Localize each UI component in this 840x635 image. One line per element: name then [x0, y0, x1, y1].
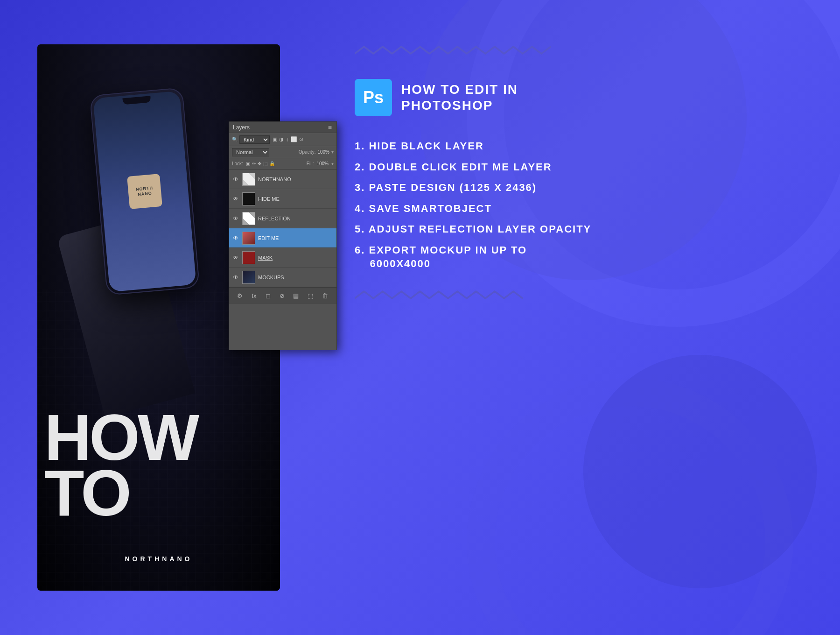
instruction-2: 2. DOUBLE CLICK EDIT ME LAYER	[355, 161, 803, 174]
layer-name-hideme: HIDE ME	[258, 196, 334, 202]
toolbar-group-icon[interactable]: ▤	[293, 292, 299, 299]
lock-move-icon[interactable]: ✥	[258, 161, 261, 166]
filter-smart-icon[interactable]: ⊙	[299, 136, 303, 142]
lock-edit-icon[interactable]: ✏	[252, 161, 256, 166]
fill-arrows[interactable]: ▾	[331, 161, 334, 166]
lock-row: Lock: ▣ ✏ ✥ ⬚ 🔒 Fill: 100% ▾	[229, 158, 336, 169]
layer-name-northnano: NORTHNANO	[258, 176, 334, 182]
layer-mask[interactable]: 👁 MASK	[229, 248, 336, 268]
wave-top-svg	[355, 44, 551, 58]
layers-title-bar: Layers ≡	[229, 122, 336, 133]
layer-northnano[interactable]: 👁 NORTHNANO	[229, 169, 336, 189]
fill-label: Fill:	[307, 161, 314, 166]
toolbar-link-icon[interactable]: ⚙	[237, 292, 243, 299]
layer-name-editme: EDIT ME	[258, 235, 334, 241]
wave-bottom-container	[355, 289, 803, 305]
ps-title: HOW TO EDIT IN PHOTOSHOP	[401, 82, 518, 113]
layer-thumb-reflection	[242, 212, 255, 225]
toolbar-mask-icon[interactable]: ◻	[266, 292, 271, 299]
filter-kind-dropdown[interactable]: Kind	[239, 135, 270, 144]
filter-text-icon[interactable]: T	[286, 137, 289, 142]
ps-text: Ps	[363, 88, 384, 107]
right-content: Ps HOW TO EDIT IN PHOTOSHOP 1. HIDE BLAC…	[355, 44, 803, 305]
phone-brand-text2: NANO	[138, 191, 152, 197]
layer-editme[interactable]: 👁 EDIT ME	[229, 228, 336, 248]
instruction-4: 4. SAVE SMARTOBJECT	[355, 202, 803, 216]
wave-top-container	[355, 44, 803, 60]
ps-section: Ps HOW TO EDIT IN PHOTOSHOP	[355, 79, 803, 116]
instructions-list: 1. HIDE BLACK LAYER 2. DOUBLE CLICK EDIT…	[355, 140, 803, 270]
layer-thumb-editme	[242, 232, 255, 245]
poster-brand: NORTHNANO	[125, 555, 193, 563]
blend-opacity-row: Normal Opacity: 100% ▾	[229, 146, 336, 158]
filter-pixel-icon[interactable]: ▣	[273, 136, 277, 142]
filter-adjust-icon[interactable]: ◑	[279, 136, 284, 142]
layers-title: Layers	[233, 124, 250, 131]
layer-name-reflection: REFLECTION	[258, 216, 334, 221]
lock-label: Lock:	[232, 161, 243, 166]
instruction-3: 3. PASTE DESIGN (1125 x 2436)	[355, 181, 803, 195]
ps-title-line1: HOW TO EDIT IN	[401, 82, 518, 98]
layers-list: 👁 NORTHNANO 👁 HIDE ME 👁 REFLECTION 👁 EDI…	[229, 169, 336, 287]
toolbar-fx-icon[interactable]: fx	[252, 292, 256, 299]
layer-thumb-northnano	[242, 173, 255, 186]
lock-pixels-icon[interactable]: ▣	[246, 161, 250, 166]
phone-brand-box: NORTH NANO	[127, 174, 162, 209]
layer-eye-mockups[interactable]: 👁	[232, 274, 239, 281]
filter-search-icon: 🔍	[232, 137, 238, 142]
toolbar-delete-icon[interactable]: 🗑	[322, 292, 328, 299]
layer-eye-reflection[interactable]: 👁	[232, 215, 239, 222]
layers-panel: Layers ≡ 🔍 Kind ▣ ◑ T ⬜ ⊙ Normal Opacity…	[229, 121, 337, 350]
phone-notch	[122, 96, 151, 105]
toolbar-new-icon[interactable]: ⬚	[308, 292, 313, 299]
layer-eye-hideme[interactable]: 👁	[232, 195, 239, 203]
layer-reflection[interactable]: 👁 REFLECTION	[229, 209, 336, 228]
to-line: TO	[44, 465, 197, 521]
layers-toolbar: ⚙ fx ◻ ⊘ ▤ ⬚ 🗑	[229, 287, 336, 304]
phone-body: NORTH NANO	[90, 87, 200, 296]
layer-thumb-mockups	[242, 271, 255, 284]
instruction-5: 5. ADJUST REFLECTION LAYER OPACITY	[355, 223, 803, 236]
layer-eye-editme[interactable]: 👁	[232, 234, 239, 242]
instruction-1: 1. HIDE BLACK LAYER	[355, 140, 803, 153]
layers-filter-row: 🔍 Kind ▣ ◑ T ⬜ ⊙	[229, 133, 336, 146]
layer-mockups[interactable]: 👁 MOCKUPS	[229, 268, 336, 287]
layer-thumb-mask	[242, 251, 255, 264]
layer-name-mask: MASK	[258, 255, 334, 261]
opacity-label: Opacity:	[299, 149, 316, 155]
bg-circle-2	[583, 355, 817, 588]
wave-bottom-svg	[355, 289, 523, 303]
lock-artboard-icon[interactable]: ⬚	[263, 161, 267, 166]
layer-hideme[interactable]: 👁 HIDE ME	[229, 189, 336, 209]
blend-mode-dropdown[interactable]: Normal	[232, 148, 269, 156]
filter-shape-icon[interactable]: ⬜	[291, 136, 297, 142]
how-to-text: HOW TO	[44, 409, 197, 521]
ps-icon: Ps	[355, 79, 392, 116]
layers-menu-dots[interactable]: ≡	[328, 124, 333, 131]
lock-all-icon[interactable]: 🔒	[269, 161, 275, 166]
opacity-value: 100%	[317, 149, 329, 155]
filter-icons-row: ▣ ◑ T ⬜ ⊙	[273, 136, 303, 142]
layer-name-mockups: MOCKUPS	[258, 275, 334, 280]
phone-hand-area: NORTH NANO	[61, 82, 257, 409]
instruction-6: 6. EXPORT MOCKUP IN UP TO 6000x4000	[355, 244, 803, 270]
opacity-arrows[interactable]: ▾	[331, 149, 334, 155]
layer-eye-mask[interactable]: 👁	[232, 254, 239, 261]
ps-title-line2: PHOTOSHOP	[401, 98, 518, 113]
phone-screen: NORTH NANO	[93, 91, 196, 292]
lock-icons: ▣ ✏ ✥ ⬚ 🔒	[246, 161, 275, 166]
layer-thumb-hideme	[242, 192, 255, 205]
fill-value: 100%	[316, 161, 329, 166]
layer-eye-northnano[interactable]: 👁	[232, 176, 239, 183]
toolbar-adjustment-icon[interactable]: ⊘	[280, 292, 285, 299]
